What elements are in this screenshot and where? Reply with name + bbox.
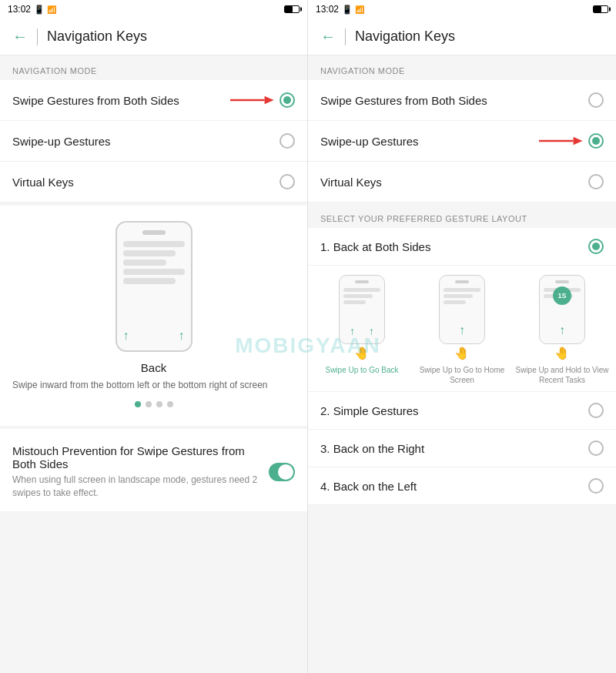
phone-graphic: ↑ ↑ bbox=[116, 221, 192, 352]
dots-row bbox=[135, 401, 173, 407]
status-right-left bbox=[284, 5, 300, 13]
gesture-layout-section: SELECT YOUR PREFERRED GESTURE LAYOUT 1. … bbox=[308, 203, 616, 505]
mini-arrow-recent: ↑ bbox=[559, 323, 565, 337]
right-option-swipe-both[interactable]: Swipe Gestures from Both Sides bbox=[308, 80, 616, 121]
battery-icon-left bbox=[284, 5, 300, 13]
left-option-swipe-both[interactable]: Swipe Gestures from Both Sides bbox=[0, 80, 307, 121]
right-red-arrow bbox=[539, 133, 585, 149]
sim-icon-r: 📱 bbox=[342, 5, 353, 15]
gesture-illustrations: ↑ ↑ 🤚 Swipe Up to Go Back bbox=[308, 266, 616, 392]
timer-badge: 1S bbox=[553, 286, 571, 305]
right-option-label-2: Virtual Keys bbox=[320, 176, 588, 189]
mini-arrow-home: ↑ bbox=[459, 323, 465, 337]
gesture-layout-4-label: 4. Back on the Left bbox=[320, 480, 588, 493]
status-icons-left: 📱 📶 bbox=[34, 5, 56, 15]
left-radio-2[interactable] bbox=[280, 174, 295, 189]
gesture-caption-2: Swipe Up and Hold to View Recent Tasks bbox=[514, 365, 610, 385]
gesture-layout-2-row[interactable]: 2. Simple Gestures bbox=[308, 392, 616, 430]
left-option-virtual-keys[interactable]: Virtual Keys bbox=[0, 162, 307, 203]
phone-line-4 bbox=[123, 269, 185, 275]
gesture-radio-2[interactable] bbox=[588, 440, 604, 456]
phone-notch bbox=[142, 230, 166, 235]
dot-1 bbox=[146, 401, 152, 407]
right-back-button[interactable]: ← bbox=[320, 28, 336, 45]
mini-arrow-left: ↑ bbox=[350, 325, 355, 337]
left-illustration: ↑ ↑ Back Swipe inward from the bottom le… bbox=[0, 206, 307, 426]
mistouch-toggle-row: Mistouch Prevention for Swipe Gestures f… bbox=[12, 444, 295, 500]
mini-notch-1 bbox=[455, 280, 469, 283]
svg-marker-1 bbox=[265, 96, 274, 104]
hand-icon-1: 🤚 bbox=[454, 346, 470, 360]
gesture-recent: 1S ↑ 🤚 Swipe Up and Hold to View Recent … bbox=[514, 275, 610, 385]
left-option-label-2: Virtual Keys bbox=[12, 176, 280, 189]
left-radio-0[interactable] bbox=[280, 92, 295, 108]
dot-3 bbox=[167, 401, 173, 407]
illustration-desc: Swipe inward from the bottom left or the… bbox=[12, 379, 295, 392]
mini-line-0-3 bbox=[343, 300, 366, 304]
status-bar-right: 13:02 📱 📶 bbox=[308, 0, 616, 18]
hand-icon-2: 🤚 bbox=[554, 346, 570, 360]
battery-icon-right bbox=[593, 5, 608, 13]
status-icons-right: 📱 📶 bbox=[342, 5, 364, 15]
mini-phone-recent: 1S ↑ bbox=[539, 275, 585, 344]
gesture-home: ↑ 🤚 Swipe Up to Go to Home Screen bbox=[414, 275, 510, 385]
right-radio-1[interactable] bbox=[588, 133, 604, 149]
right-option-swipe-up[interactable]: Swipe-up Gestures bbox=[308, 121, 616, 162]
illustration-title: Back bbox=[141, 361, 166, 374]
mini-arrow-right: ↑ bbox=[369, 325, 374, 337]
time-right: 13:02 bbox=[316, 4, 339, 15]
left-screen: ← Navigation Keys NAVIGATION MODE Swipe … bbox=[0, 18, 308, 673]
gesture-layout-4-row[interactable]: 4. Back on the Left bbox=[308, 467, 616, 505]
gesture-layout-2-label: 2. Simple Gestures bbox=[320, 404, 588, 417]
right-screen-title: Navigation Keys bbox=[355, 28, 455, 45]
status-bar: 13:02 📱 📶 13:02 📱 📶 bbox=[0, 0, 616, 18]
left-options-card: Swipe Gestures from Both Sides Swipe-up … bbox=[0, 80, 307, 203]
mini-line-1-3 bbox=[444, 300, 466, 304]
gesture-radio-1[interactable] bbox=[588, 403, 604, 418]
right-radio-0[interactable] bbox=[588, 92, 604, 108]
left-divider bbox=[37, 28, 38, 45]
mini-notch-2 bbox=[555, 280, 569, 283]
left-screen-content: NAVIGATION MODE Swipe Gestures from Both… bbox=[0, 55, 307, 673]
mini-phone-back: ↑ ↑ bbox=[339, 275, 385, 344]
phone-arrows: ↑ ↑ bbox=[117, 329, 191, 343]
status-right-right bbox=[593, 5, 608, 13]
mini-line-0-2 bbox=[343, 294, 373, 298]
gesture-layout-1-row[interactable]: 1. Back at Both Sides bbox=[308, 228, 616, 266]
left-radio-1[interactable] bbox=[280, 133, 295, 149]
time-left: 13:02 bbox=[8, 4, 31, 15]
dot-0 bbox=[135, 401, 141, 407]
right-section-label: NAVIGATION MODE bbox=[308, 55, 616, 80]
left-back-button[interactable]: ← bbox=[12, 28, 28, 45]
mistouch-title: Mistouch Prevention for Swipe Gestures f… bbox=[12, 444, 269, 470]
left-arrow-indicator: ↑ bbox=[123, 329, 129, 343]
right-arrow-indicator: ↑ bbox=[179, 329, 185, 343]
mistouch-toggle[interactable] bbox=[269, 463, 295, 481]
gesture-layout-1-label: 1. Back at Both Sides bbox=[320, 240, 588, 253]
status-bar-left: 13:02 📱 📶 bbox=[0, 0, 308, 18]
mini-notch-0 bbox=[355, 280, 369, 283]
phone-line-5 bbox=[123, 278, 176, 284]
gesture-layout-3-row[interactable]: 3. Back on the Right bbox=[308, 430, 616, 467]
wifi-icon-r: 📶 bbox=[355, 5, 364, 14]
gesture-radio-0[interactable] bbox=[588, 239, 604, 254]
hand-icon-0: 🤚 bbox=[354, 346, 370, 360]
gesture-caption-1: Swipe Up to Go to Home Screen bbox=[414, 365, 510, 385]
left-app-bar: ← Navigation Keys bbox=[0, 18, 307, 55]
left-option-swipe-up[interactable]: Swipe-up Gestures bbox=[0, 121, 307, 162]
right-option-virtual-keys[interactable]: Virtual Keys bbox=[308, 162, 616, 203]
gesture-back: ↑ ↑ 🤚 Swipe Up to Go Back bbox=[314, 275, 410, 385]
mini-phone-home: ↑ bbox=[439, 275, 485, 344]
phone-line-3 bbox=[123, 259, 166, 266]
mini-line-1-2 bbox=[444, 294, 473, 298]
left-option-label-1: Swipe-up Gestures bbox=[12, 135, 280, 148]
left-section-label: NAVIGATION MODE bbox=[0, 55, 307, 80]
phone-line-2 bbox=[123, 250, 176, 256]
right-option-label-0: Swipe Gestures from Both Sides bbox=[320, 94, 588, 107]
left-red-arrow bbox=[230, 92, 276, 108]
gesture-radio-3[interactable] bbox=[588, 478, 604, 494]
mini-line-0-1 bbox=[343, 288, 380, 292]
right-radio-2[interactable] bbox=[588, 174, 604, 189]
toggle-thumb bbox=[278, 464, 293, 480]
right-screen: ← Navigation Keys NAVIGATION MODE Swipe … bbox=[308, 18, 616, 673]
